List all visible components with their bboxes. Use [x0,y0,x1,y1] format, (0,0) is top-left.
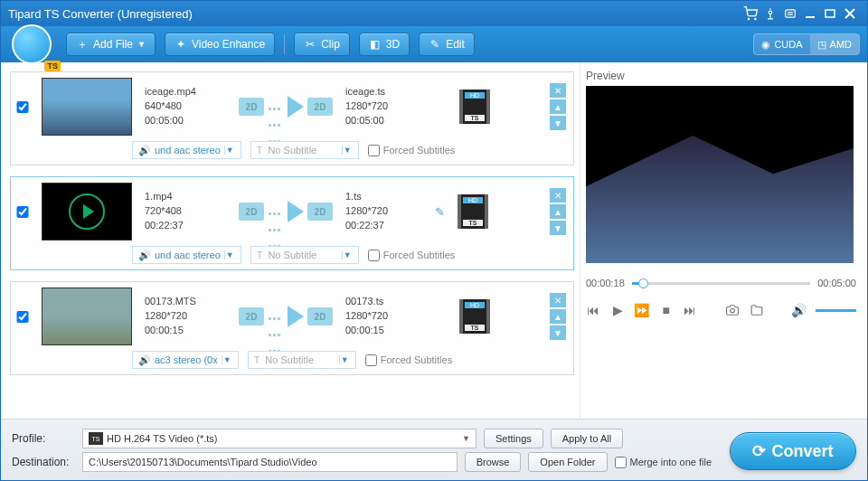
move-down-icon[interactable]: ▼ [550,325,566,340]
subtitle-icon: T [254,354,260,365]
file-checkbox[interactable] [16,311,29,323]
output-format-icon[interactable]: HDTS [459,90,490,124]
chevron-down-icon: ▼ [462,434,470,443]
volume-slider[interactable] [816,309,856,312]
amd-icon: ◳ [817,39,826,51]
maximize-icon[interactable] [820,4,840,24]
three-d-button[interactable]: ◧ 3D [359,33,410,56]
gpu-cuda-button[interactable]: ◉CUDA [754,34,809,54]
file-row[interactable]: iceage.mp4640*48000:05:002D2Diceage.ts12… [10,71,574,165]
remove-row-icon[interactable]: ✕ [550,293,566,307]
audio-track-select[interactable]: 🔊und aac stereo▼ [132,246,241,264]
preview-screen[interactable] [586,86,854,263]
fast-forward-button[interactable]: ⏩ [634,301,649,319]
plus-icon: ＋ [76,38,89,51]
chevron-down-icon: ▼ [342,250,353,259]
scissors-icon: ✂ [304,38,316,51]
forced-subtitles-checkbox[interactable]: Forced Subtitles [368,250,455,261]
play-button[interactable]: ▶ [610,301,626,319]
convert-button[interactable]: ⟳ Convert [730,432,856,470]
subtitle-select[interactable]: T No Subtitle▼ [248,351,356,369]
minimize-icon[interactable] [800,4,820,24]
output-format-icon[interactable]: HDTS [458,194,488,229]
file-list: iceage.mp4640*48000:05:002D2Diceage.ts12… [1,62,580,419]
edit-button[interactable]: ✎ Edit [419,33,475,56]
footer: Profile: TSHD H.264 TS Video (*.ts) ▼ Se… [1,419,867,481]
subtitle-select[interactable]: T No Subtitle▼ [250,246,359,264]
convert-icon: ⟳ [752,441,766,461]
main-area: iceage.mp4640*48000:05:002D2Diceage.ts12… [1,62,867,419]
move-down-icon[interactable]: ▼ [550,116,566,130]
chevron-down-icon: ▼ [222,355,232,364]
close-icon[interactable] [840,4,860,24]
seek-slider[interactable] [632,282,810,285]
menu-icon[interactable] [780,4,800,24]
chevron-down-icon: ▼ [342,146,353,155]
svg-point-0 [748,18,749,19]
file-row[interactable]: 00173.MTS1280*72000:00:152D2D00173.ts128… [10,281,574,375]
player-controls: ⏮ ▶ ⏩ ■ ⏭ 🔊 [586,301,856,319]
conversion-arrow: 2D2D [239,201,333,222]
svg-point-1 [755,18,756,19]
remove-row-icon[interactable]: ✕ [550,188,566,203]
three-d-icon: ◧ [369,38,382,51]
audio-track-select[interactable]: 🔊ac3 stereo (0x▼ [132,351,239,369]
file-thumbnail[interactable] [42,288,132,345]
window-title: Tipard TS Converter (Unregistered) [8,7,193,21]
prev-button[interactable]: ⏮ [586,301,601,319]
file-row[interactable]: 1.mp4720*40800:22:372D2D1.ts1280*72000:2… [10,176,574,270]
app-logo: TS [12,24,57,70]
file-checkbox[interactable] [16,206,29,218]
apply-all-button[interactable]: Apply to All [551,429,623,448]
file-thumbnail[interactable] [42,183,132,240]
move-up-icon[interactable]: ▲ [550,309,566,324]
video-enhance-button[interactable]: ✦ Video Enhance [165,33,275,56]
forced-subtitles-checkbox[interactable]: Forced Subtitles [365,354,452,366]
snapshot-button[interactable] [725,301,741,319]
file-checkbox[interactable] [16,101,29,113]
merge-checkbox[interactable]: Merge into one file [615,457,712,468]
destination-field[interactable]: C:\Users\20150713\Documents\Tipard Studi… [82,452,458,472]
add-file-button[interactable]: ＋ Add File ▼ [66,33,156,56]
subtitle-icon: T [257,145,263,156]
next-button[interactable]: ⏭ [683,301,698,319]
chevron-down-icon: ▼ [339,355,350,364]
audio-track-select[interactable]: 🔊und aac stereo▼ [132,141,241,159]
cart-icon[interactable] [741,4,760,24]
subtitle-select[interactable]: T No Subtitle▼ [250,141,359,159]
clip-button[interactable]: ✂ Clip [294,33,350,56]
remove-row-icon[interactable]: ✕ [550,83,566,98]
register-icon[interactable] [760,4,780,24]
gpu-amd-button[interactable]: ◳AMD [810,34,859,54]
gpu-selector: ◉CUDA ◳AMD [753,33,860,55]
titlebar: Tipard TS Converter (Unregistered) [1,1,867,26]
volume-icon[interactable]: 🔊 [791,301,807,319]
profile-select[interactable]: TSHD H.264 TS Video (*.ts) ▼ [82,429,476,448]
profile-label: Profile: [12,432,75,445]
svg-rect-3 [786,10,796,17]
snapshot-folder-button[interactable] [749,301,764,319]
forced-subtitles-checkbox[interactable]: Forced Subtitles [368,145,455,156]
move-up-icon[interactable]: ▲ [550,204,566,219]
output-format-icon[interactable]: HDTS [459,299,490,334]
speaker-icon: 🔊 [138,145,151,156]
move-up-icon[interactable]: ▲ [550,99,566,114]
preview-label: Preview [586,70,856,82]
chevron-down-icon: ▼ [224,146,235,155]
svg-rect-7 [826,10,835,17]
open-folder-button[interactable]: Open Folder [528,452,607,472]
chevron-down-icon: ▼ [224,250,235,259]
browse-button[interactable]: Browse [465,452,522,472]
subtitle-icon: T [257,250,263,260]
row-controls: ✕▲▼ [550,188,566,235]
settings-button[interactable]: Settings [484,429,543,448]
file-thumbnail[interactable] [42,78,132,136]
source-info: iceage.mp4640*48000:05:00 [145,85,226,128]
stop-button[interactable]: ■ [658,301,674,319]
nvidia-icon: ◉ [761,39,770,51]
speaker-icon: 🔊 [138,354,151,366]
row-controls: ✕▲▼ [550,293,566,340]
pencil-icon[interactable]: ✎ [435,205,445,219]
move-down-icon[interactable]: ▼ [550,221,566,235]
source-info: 00173.MTS1280*72000:00:15 [145,295,226,338]
